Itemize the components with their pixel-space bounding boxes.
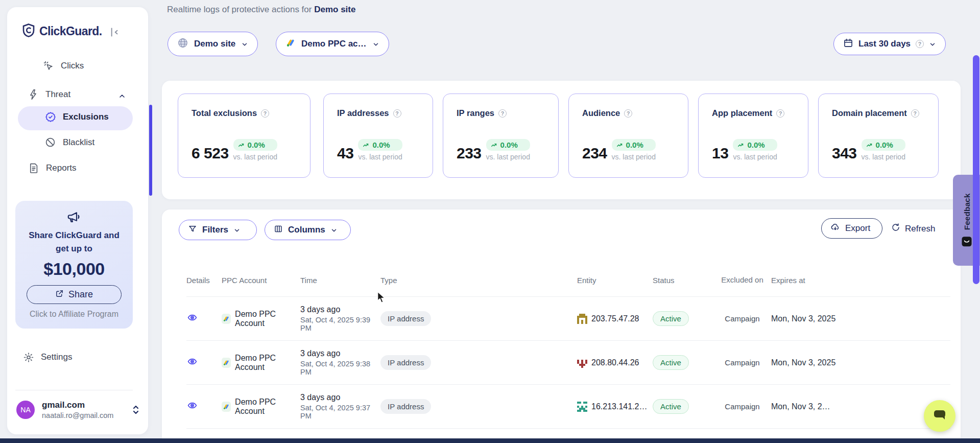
table-header-row: DetailsPPC AccountTimeTypeEntityStatusEx… (186, 266, 950, 294)
ppc-account-name: Demo PPC Account (235, 354, 300, 372)
sidebar-item-reports[interactable]: Reports (28, 162, 77, 174)
column-header-ppc-account[interactable]: PPC Account (222, 276, 300, 285)
chevron-down-icon (372, 40, 379, 48)
stat-card-value: 343 (832, 146, 857, 161)
ppc-account-cell: Demo PPC Account (222, 354, 300, 372)
date-range-dropdown[interactable]: Last 30 days ? (833, 33, 946, 55)
trend-badge: 0.0% (612, 139, 656, 151)
status-badge: Active (653, 399, 689, 414)
stat-card-change: 0.0%vs. last period (486, 139, 530, 161)
stat-card-title: Domain placement? (832, 108, 919, 118)
columns-dropdown[interactable]: Columns (265, 220, 351, 240)
stat-card-change: 0.0%vs. last period (358, 139, 402, 161)
account-selector-value: Demo PPC ac… (301, 39, 367, 49)
stat-card-metrics: 2340.0%vs. last period (582, 139, 656, 161)
time-cell: 3 days agoSat, Oct 4, 2025 9:39 PM (300, 305, 380, 332)
entity-identicon (577, 314, 587, 324)
trend-up-icon (363, 142, 370, 149)
column-header-status[interactable]: Status (653, 276, 713, 285)
sidebar-divider (15, 390, 133, 390)
stat-card-app-placement: App placement?130.0%vs. last period (698, 94, 808, 178)
account-switcher[interactable]: NA gmail.com naatali.ro@gmail.com (16, 400, 140, 419)
page-scrollbar[interactable] (973, 55, 979, 284)
sidebar-scrollbar[interactable] (149, 105, 152, 196)
affiliate-caption[interactable]: Click to Affiliate Program (15, 310, 133, 319)
help-icon: ? (911, 109, 919, 118)
column-header-details[interactable]: Details (186, 276, 222, 285)
type-cell: IP address (380, 399, 577, 414)
avatar: NA (16, 401, 35, 419)
badge-check-icon (45, 111, 56, 123)
time-relative: 3 days ago (300, 393, 380, 402)
table-row: Demo PPC Account3 days agoSat, Oct 4, 20… (186, 296, 950, 340)
stat-card-title: App placement? (712, 108, 784, 118)
column-header-excluded-on[interactable]: Excluded on (713, 275, 771, 285)
view-details-eye-icon[interactable] (187, 313, 197, 322)
stat-card-caption: vs. last period (486, 153, 530, 161)
export-button[interactable]: Export (821, 218, 882, 239)
trend-value: 0.0% (876, 141, 893, 149)
column-header-expires-at[interactable]: Expires at (771, 276, 950, 285)
trend-up-icon (491, 142, 498, 149)
sidebar-item-threat[interactable]: Threat (28, 89, 70, 100)
sidebar-item-clicks[interactable]: Clicks (43, 60, 84, 72)
type-badge: IP address (380, 399, 431, 414)
site-selector-dropdown[interactable]: Demo site (168, 32, 258, 56)
document-icon (28, 162, 39, 174)
help-icon: ? (261, 109, 269, 118)
stat-card-value: 6 523 (192, 146, 229, 161)
stat-card-caption: vs. last period (612, 153, 656, 161)
chat-icon (933, 408, 947, 424)
sidebar-item-settings[interactable]: Settings (23, 352, 72, 363)
sidebar-item-label: Blacklist (63, 137, 94, 148)
view-details-eye-icon[interactable] (187, 357, 197, 366)
bottom-edge-bar (0, 438, 980, 443)
stat-card-domain-placement: Domain placement?3430.0%vs. last period (818, 94, 939, 178)
entity-cell: 203.75.47.28 (577, 314, 653, 324)
logo[interactable]: ClickGuard. (22, 24, 102, 39)
stat-card-change: 0.0%vs. last period (612, 139, 656, 161)
trend-value: 0.0% (626, 141, 643, 149)
trend-value: 0.0% (248, 141, 265, 149)
google-ads-icon (285, 38, 296, 51)
lightning-icon (28, 89, 39, 100)
sidebar-item-label: Threat (45, 89, 70, 100)
share-button[interactable]: Share (27, 285, 122, 304)
page-subtitle: Realtime logs of protective actions for … (167, 5, 355, 15)
status-badge: Active (653, 311, 689, 326)
filters-dropdown[interactable]: Filters (179, 220, 257, 240)
refresh-button[interactable]: Refresh (891, 223, 936, 235)
trend-badge: 0.0% (358, 139, 402, 151)
sidebar-item-exclusions-content[interactable]: Exclusions (45, 111, 109, 123)
help-icon: ? (916, 40, 924, 48)
table-row: Demo PPC Account3 days agoSat, Oct 4, 20… (186, 384, 950, 428)
status-cell: Active (653, 311, 713, 326)
time-cell: 3 days agoSat, Oct 4, 2025 9:38 PM (300, 349, 380, 376)
clickguard-shield-icon (22, 24, 35, 39)
chat-launcher-button[interactable] (924, 400, 955, 432)
account-selector-dropdown[interactable]: Demo PPC ac… (276, 32, 389, 56)
refresh-icon (891, 223, 900, 235)
chevron-up-icon[interactable] (118, 92, 126, 100)
site-selector-value: Demo site (194, 39, 235, 49)
trend-up-icon (737, 142, 745, 149)
trend-badge: 0.0% (862, 139, 905, 151)
trend-value: 0.0% (372, 141, 390, 149)
gear-icon (23, 352, 34, 363)
stats-panel: Total exclusions?6 5230.0%vs. last perio… (162, 81, 961, 199)
ppc-account-cell: Demo PPC Account (222, 398, 300, 416)
sidebar-item-blacklist[interactable]: Blacklist (45, 137, 94, 148)
help-icon: ? (393, 109, 401, 118)
ppc-account-cell: Demo PPC Account (222, 310, 300, 328)
view-details-eye-icon[interactable] (187, 401, 197, 410)
column-header-time[interactable]: Time (300, 276, 380, 285)
column-header-type[interactable]: Type (380, 276, 577, 285)
table-body: Demo PPC Account3 days agoSat, Oct 4, 20… (186, 296, 950, 443)
stat-card-value: 43 (337, 146, 353, 161)
sidebar-collapse-icon[interactable] (107, 26, 121, 39)
column-header-entity[interactable]: Entity (577, 276, 653, 285)
google-ads-icon (222, 358, 231, 368)
entity-value: 208.80.44.26 (591, 358, 639, 367)
trend-badge: 0.0% (233, 139, 277, 151)
trend-badge: 0.0% (486, 139, 530, 151)
